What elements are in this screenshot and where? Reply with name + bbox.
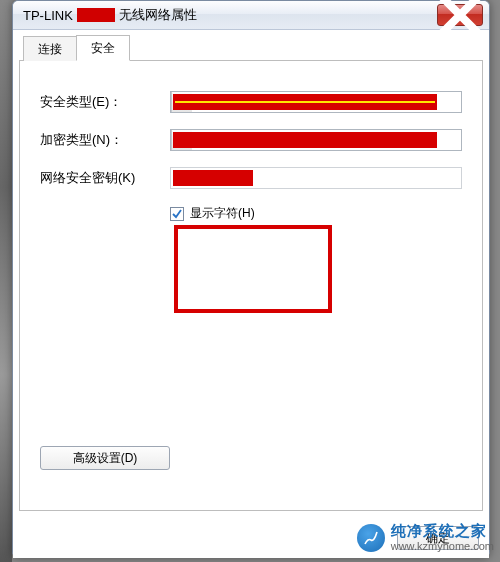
redacted-ssid — [77, 8, 115, 22]
ok-button[interactable]: 确定 — [397, 526, 479, 550]
row-network-key: 网络安全密钥(K) — [40, 167, 462, 189]
advanced-settings-button[interactable]: 高级设置(D) — [40, 446, 170, 470]
check-icon — [172, 209, 182, 219]
network-key-input[interactable] — [170, 167, 462, 189]
close-button[interactable] — [437, 4, 483, 26]
title-prefix: TP-LINK — [23, 8, 73, 23]
row-encryption-type: 加密类型(N)： — [40, 129, 462, 151]
security-type-combo[interactable] — [170, 91, 462, 113]
wifi-properties-window: TP-LINK 无线网络属性 连接 安全 安全类型(E)： — [12, 0, 490, 558]
tabstrip: 连接 安全 — [19, 36, 483, 61]
label-network-key: 网络安全密钥(K) — [40, 169, 170, 187]
redacted-value — [173, 94, 437, 110]
tab-content-security: 安全类型(E)： 加密类型(N)： 网络安全密钥(K — [19, 61, 483, 511]
row-show-characters: 显示字符(H) — [170, 205, 462, 222]
redacted-password — [173, 170, 253, 186]
tab-connection[interactable]: 连接 — [23, 36, 77, 61]
annotation-highlight — [174, 225, 332, 313]
tab-security[interactable]: 安全 — [76, 35, 130, 61]
row-security-type: 安全类型(E)： — [40, 91, 462, 113]
label-encryption-type: 加密类型(N)： — [40, 131, 170, 149]
label-security-type: 安全类型(E)： — [40, 93, 170, 111]
redacted-value — [173, 132, 437, 148]
title-suffix: 无线网络属性 — [119, 6, 197, 24]
show-characters-label: 显示字符(H) — [190, 205, 255, 222]
titlebar[interactable]: TP-LINK 无线网络属性 — [13, 1, 489, 30]
show-characters-checkbox[interactable] — [170, 207, 184, 221]
window-title: TP-LINK 无线网络属性 — [23, 6, 437, 24]
encryption-type-combo[interactable] — [170, 129, 462, 151]
client-area: 连接 安全 安全类型(E)： 加密类型(N)： — [13, 30, 489, 558]
